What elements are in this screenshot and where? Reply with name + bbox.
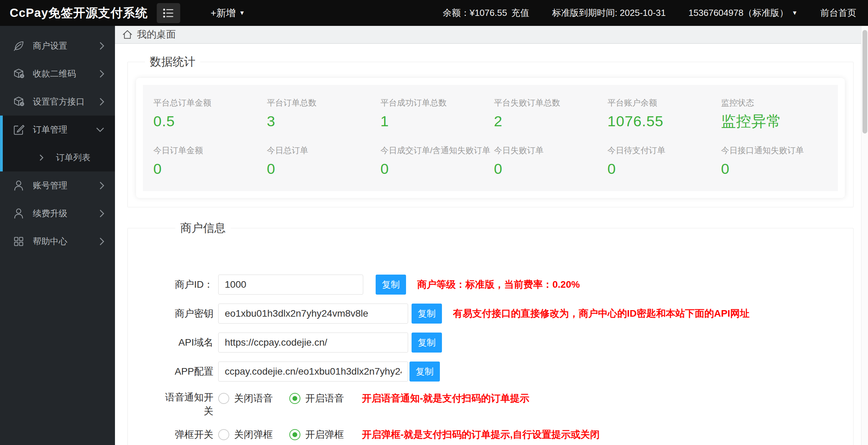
stat-value: 0 (494, 161, 608, 177)
stats-grid: 平台总订单金额 0.5 平台订单总数 3 平台成功订单总数 1 平台失败订单总数… (143, 85, 838, 191)
vertical-scrollbar[interactable] (861, 26, 868, 445)
merchant-secret-row: 商户密钥 复制 有易支付接口的直接修改为，商户中心的ID密匙和本站下面的API网… (158, 304, 853, 324)
stat-cell: 今日接口通知失败订单 0 (721, 145, 835, 177)
chevron-right-icon (99, 97, 105, 106)
sidebar-toggle-button[interactable] (157, 3, 180, 23)
package-icon (13, 68, 25, 80)
stat-value: 0 (721, 161, 835, 177)
stat-cell: 今日失败订单 0 (494, 145, 608, 177)
app-config-row: APP配置 复制 (158, 362, 853, 382)
balance-group: 余额：¥1076.55 充值 (443, 7, 529, 19)
stat-value: 监控异常 (721, 113, 835, 129)
recharge-link[interactable]: 充值 (511, 7, 529, 19)
add-new-label: +新增 (211, 7, 235, 20)
sidebar-item-official-api[interactable]: 设置官方接口 (0, 88, 115, 116)
sidebar-item-account-management[interactable]: 账号管理 (0, 171, 115, 199)
voice-on-label: 开启语音 (305, 392, 344, 405)
stat-label: 平台账户余额 (607, 97, 721, 108)
stat-label: 今日总订单 (267, 145, 380, 156)
merchant-level-note: 商户等级：标准版，当前费率：0.20% (417, 278, 580, 291)
stat-label: 今日接口通知失败订单 (721, 145, 835, 156)
copy-app-config-button[interactable]: 复制 (409, 362, 440, 382)
breadcrumb-label: 我的桌面 (137, 28, 176, 41)
popup-off-radio[interactable]: 关闭弹框 (218, 428, 273, 441)
sidebar-subitem-label: 订单列表 (56, 152, 90, 163)
popup-switch-row: 弹框开关 关闭弹框 开启弹框 开启弹框-就是支付扫码的订单提示,自行设置提示或关… (158, 428, 853, 442)
sidebar-item-merchant-settings[interactable]: 商户设置 (0, 32, 115, 60)
stat-cell: 平台订单总数 3 (267, 97, 380, 129)
stat-cell: 平台总订单金额 0.5 (153, 97, 267, 129)
user-icon (13, 180, 25, 191)
sidebar-item-label: 商户设置 (33, 40, 67, 51)
merchant-id-label: 商户ID： (158, 278, 213, 291)
breadcrumb-home[interactable]: 我的桌面 (122, 28, 176, 41)
chevron-right-icon (99, 69, 105, 78)
popup-off-label: 关闭弹框 (234, 428, 273, 441)
chevron-right-icon (99, 41, 105, 50)
app-config-label: APP配置 (158, 365, 213, 378)
sidebar-item-label: 续费升级 (33, 208, 67, 219)
home-icon (122, 29, 133, 40)
popup-on-radio[interactable]: 开启弹框 (289, 428, 344, 441)
stat-value: 1076.55 (607, 113, 721, 129)
sidebar-item-order-management[interactable]: 订单管理 (3, 116, 115, 144)
stat-value: 0 (153, 161, 267, 177)
sidebar-item-qrcode[interactable]: 收款二维码 (0, 60, 115, 88)
sidebar-active-group: 订单管理 订单列表 (0, 116, 115, 171)
sidebar-item-label: 帮助中心 (33, 236, 67, 247)
stat-value: 0 (607, 161, 721, 177)
merchant-id-input[interactable] (218, 275, 363, 295)
popup-switch-label: 弹框开关 (158, 428, 213, 442)
stat-label: 平台总订单金额 (153, 97, 267, 108)
stat-label: 今日失败订单 (494, 145, 608, 156)
voice-switch-label: 语音通知开关 (158, 390, 213, 418)
stat-label: 监控状态 (721, 97, 835, 108)
sidebar-item-label: 订单管理 (33, 124, 67, 135)
voice-on-radio[interactable]: 开启语音 (289, 392, 344, 405)
voice-off-radio[interactable]: 关闭语音 (218, 392, 273, 405)
scrollbar-thumb[interactable] (862, 30, 867, 134)
expiry-text: 标准版到期时间: 2025-10-31 (552, 7, 666, 19)
chevron-right-icon (99, 181, 105, 190)
sidebar-subitem-order-list[interactable]: 订单列表 (3, 144, 115, 171)
stat-label: 今日待支付订单 (607, 145, 721, 156)
account-dropdown[interactable]: 15367604978（标准版） ▼ (688, 7, 798, 19)
chevron-right-icon (99, 209, 105, 218)
sidebar-item-renew-upgrade[interactable]: 续费升级 (0, 199, 115, 227)
stat-value: 2 (494, 113, 608, 129)
stats-card: 平台总订单金额 0.5 平台订单总数 3 平台成功订单总数 1 平台失败订单总数… (136, 78, 845, 198)
merchant-info-section: 商户信息 商户ID： 复制 商户等级：标准版，当前费率：0.20% 商户密钥 复… (127, 220, 853, 445)
copy-merchant-secret-button[interactable]: 复制 (412, 304, 442, 324)
front-home-link[interactable]: 前台首页 (820, 7, 856, 19)
sidebar-item-label: 设置官方接口 (33, 96, 85, 107)
popup-on-label: 开启弹框 (305, 428, 344, 441)
main-area: 我的桌面 数据统计 平台总订单金额 0.5 平台订单总数 3 平台成功订单总数 (115, 26, 868, 445)
sidebar-item-help-center[interactable]: 帮助中心 (0, 227, 115, 255)
stat-value: 0.5 (153, 113, 267, 129)
merchant-secret-input[interactable] (218, 304, 408, 324)
stat-value: 1 (380, 113, 494, 129)
content: 数据统计 平台总订单金额 0.5 平台订单总数 3 平台成功订单总数 1 (115, 44, 868, 445)
sidebar: 商户设置 收款二维码 (0, 26, 115, 445)
stat-cell-monitor-status: 监控状态 监控异常 (721, 97, 835, 129)
radio-unchecked-icon (218, 429, 229, 440)
popup-switch-note: 开启弹框-就是支付扫码的订单提示,自行设置提示或关闭 (362, 428, 600, 441)
stat-value: 0 (380, 161, 494, 177)
api-domain-input[interactable] (218, 333, 408, 353)
breadcrumb: 我的桌面 (115, 26, 868, 44)
caret-down-icon: ▼ (239, 10, 245, 17)
api-domain-row: API域名 复制 (158, 333, 853, 353)
stat-cell: 今日订单金额 0 (153, 145, 267, 177)
add-new-dropdown[interactable]: +新增 ▼ (211, 7, 245, 20)
copy-api-domain-button[interactable]: 复制 (412, 333, 442, 353)
radio-checked-icon (289, 429, 300, 440)
grid-icon (13, 236, 25, 247)
radio-unchecked-icon (218, 393, 229, 404)
list-menu-icon (162, 7, 175, 19)
header-right-group: 余额：¥1076.55 充值 标准版到期时间: 2025-10-31 15367… (443, 7, 856, 19)
copy-merchant-id-button[interactable]: 复制 (376, 275, 406, 295)
stat-label: 平台订单总数 (267, 97, 380, 108)
voice-switch-note: 开启语音通知-就是支付扫码的订单提示 (362, 392, 529, 405)
leaf-icon (13, 40, 25, 52)
app-config-input[interactable] (218, 362, 408, 382)
